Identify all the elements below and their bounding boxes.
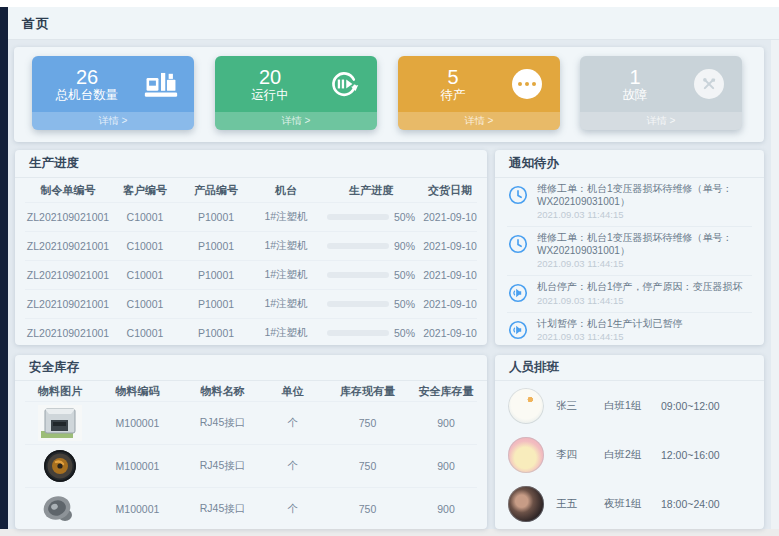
table-row[interactable]: ZL202109021001 C10001 P10001 1#注塑机 50% 2… <box>25 202 477 231</box>
col-material-name: 物料名称 <box>180 384 265 399</box>
sync-running-icon <box>327 67 361 101</box>
person-name: 王五 <box>556 497 604 511</box>
col-delivery-date: 交货日期 <box>423 183 477 198</box>
progress-label: 90% <box>394 240 415 252</box>
notification-text: 机台停产：机台1停产，停产原因：变压器损坏 <box>537 281 743 294</box>
person-time: 12:00~16:00 <box>661 449 720 461</box>
cell-customer-no: C10001 <box>111 298 179 310</box>
avatar <box>508 486 544 522</box>
top-edge <box>0 0 779 7</box>
cell-progress: 50% <box>319 298 423 310</box>
card-pending[interactable]: 5 待产 详情 > <box>398 56 560 130</box>
cell-safety-qty: 900 <box>415 503 477 515</box>
cell-safety-qty: 900 <box>415 417 477 429</box>
speaker-icon <box>507 282 529 304</box>
cell-product-no: P10001 <box>179 327 253 339</box>
cell-delivery-date: 2021-09-10 <box>423 269 477 281</box>
notification-time: 2021.09.03 11:44:15 <box>537 331 683 343</box>
table-row[interactable]: ZL202109021001 C10001 P10001 1#注塑机 90% 2… <box>25 231 477 260</box>
card-body: 1 故障 <box>580 56 742 112</box>
cell-order-no: ZL202109021001 <box>25 298 111 310</box>
progress-bar <box>327 330 389 336</box>
personnel-schedule-panel: 人员排班 张三 白班1组 09:00~12:00 李四 白班2组 12:00~1… <box>495 355 764 529</box>
cell-material-name: RJ45接口 <box>180 502 265 516</box>
tab-home[interactable]: 首页 <box>22 15 50 33</box>
cell-product-no: P10001 <box>179 298 253 310</box>
pending-label: 待产 <box>420 88 486 103</box>
cell-product-no: P10001 <box>179 269 253 281</box>
cell-progress: 50% <box>319 327 423 339</box>
cell-progress: 50% <box>319 269 423 281</box>
col-material-code: 物料编码 <box>95 384 180 399</box>
col-machine: 机台 <box>253 183 319 198</box>
notification-text: 维修工单：机台1变压器损坏待维修（单号： WX202109031001） <box>537 232 733 257</box>
col-customer-no: 客户编号 <box>111 183 179 198</box>
cell-machine: 1#注塑机 <box>253 297 319 311</box>
fault-detail-link[interactable]: 详情 > <box>580 112 742 130</box>
card-body: 20 运行中 <box>215 56 377 112</box>
schedule-row[interactable]: 王五 夜班1组 18:00~24:00 <box>495 479 764 528</box>
cell-customer-no: C10001 <box>111 269 179 281</box>
person-time: 18:00~24:00 <box>661 498 720 510</box>
horizontal-scrollbar[interactable] <box>0 529 779 536</box>
notification-time: 2021.09.03 11:44:15 <box>537 295 743 307</box>
col-stock-qty: 库存现有量 <box>320 384 415 399</box>
cell-material-code: M100001 <box>95 460 180 472</box>
notifications-title: 通知待办 <box>495 150 764 178</box>
schedule-row[interactable]: 李四 白班2组 12:00~16:00 <box>495 430 764 479</box>
cell-material-code: M100001 <box>95 417 180 429</box>
total-machines-label: 总机台数量 <box>54 88 120 103</box>
col-unit: 单位 <box>265 384 320 399</box>
running-detail-link[interactable]: 详情 > <box>215 112 377 130</box>
vertical-scrollbar[interactable] <box>771 40 779 529</box>
notification-text: 计划暂停：机台1生产计划已暂停 <box>537 318 683 331</box>
person-shift: 白班1组 <box>604 399 661 413</box>
schedule-row[interactable]: 张三 白班1组 09:00~12:00 <box>495 381 764 430</box>
cell-machine: 1#注塑机 <box>253 210 319 224</box>
progress-bar <box>327 243 389 249</box>
table-row[interactable]: ZL202109021001 C10001 P10001 1#注塑机 50% 2… <box>25 318 477 345</box>
table-row[interactable]: ZL202109021001 C10001 P10001 1#注塑机 50% 2… <box>25 289 477 318</box>
notifications-panel: 通知待办 维修工单：机台1变压器损坏待维修（单号： WX202109031001… <box>495 150 764 345</box>
notification-item[interactable]: 机台停产：机台1停产，停产原因：变压器损坏 2021.09.03 11:44:1… <box>507 276 752 313</box>
production-progress-panel: 生产进度 制令单编号 客户编号 产品编号 机台 生产进度 交货日期 ZL2021… <box>15 150 487 345</box>
avatar <box>508 437 544 473</box>
col-product-no: 产品编号 <box>179 183 253 198</box>
ellipsis-icon <box>510 67 544 101</box>
safety-inventory-panel: 安全库存 物料图片 物料编码 物料名称 单位 库存现有量 安全库存量 M1000… <box>15 355 487 529</box>
cell-delivery-date: 2021-09-10 <box>423 240 477 252</box>
table-row[interactable]: M100001 RJ45接口 个 750 900 <box>25 487 477 529</box>
inventory-table-header: 物料图片 物料编码 物料名称 单位 库存现有量 安全库存量 <box>25 381 477 401</box>
person-name: 张三 <box>556 399 604 413</box>
notification-item[interactable]: 计划暂停：机台1生产计划已暂停 2021.09.03 11:44:15 <box>507 313 752 346</box>
tab-bar: 首页 <box>8 7 779 40</box>
notification-item[interactable]: 维修工单：机台1变压器损坏待维修（单号： WX202109031001） 202… <box>507 178 752 227</box>
fault-value: 1 <box>602 66 668 88</box>
card-fault[interactable]: 1 故障 详情 > <box>580 56 742 130</box>
cell-product-no: P10001 <box>179 240 253 252</box>
pending-detail-link[interactable]: 详情 > <box>398 112 560 130</box>
person-time: 09:00~12:00 <box>661 400 720 412</box>
card-body: 5 待产 <box>398 56 560 112</box>
table-row[interactable]: M100001 RJ45接口 个 750 900 <box>25 444 477 487</box>
cell-progress: 50% <box>319 211 423 223</box>
table-row[interactable]: M100001 RJ45接口 个 750 900 <box>25 401 477 444</box>
cell-unit: 个 <box>265 459 320 473</box>
total-machines-detail-link[interactable]: 详情 > <box>32 112 194 130</box>
cell-unit: 个 <box>265 416 320 430</box>
cell-order-no: ZL202109021001 <box>25 269 111 281</box>
production-progress-title: 生产进度 <box>15 150 487 178</box>
card-total-machines[interactable]: 26 总机台数量 详情 > <box>32 56 194 130</box>
cell-safety-qty: 900 <box>415 460 477 472</box>
notification-text: 维修工单：机台1变压器损坏待维修（单号： WX202109031001） <box>537 183 733 208</box>
machine-icon <box>144 67 178 101</box>
notification-item[interactable]: 维修工单：机台1变压器损坏待维修（单号： WX202109031001） 202… <box>507 227 752 276</box>
production-table: 制令单编号 客户编号 产品编号 机台 生产进度 交货日期 ZL202109021… <box>15 178 487 345</box>
cell-delivery-date: 2021-09-10 <box>423 298 477 310</box>
personnel-schedule-title: 人员排班 <box>495 355 764 381</box>
col-safety-qty: 安全库存量 <box>415 384 477 399</box>
card-running[interactable]: 20 运行中 详情 > <box>215 56 377 130</box>
cell-order-no: ZL202109021001 <box>25 327 111 339</box>
table-row[interactable]: ZL202109021001 C10001 P10001 1#注塑机 50% 2… <box>25 260 477 289</box>
production-table-header: 制令单编号 客户编号 产品编号 机台 生产进度 交货日期 <box>25 178 477 202</box>
